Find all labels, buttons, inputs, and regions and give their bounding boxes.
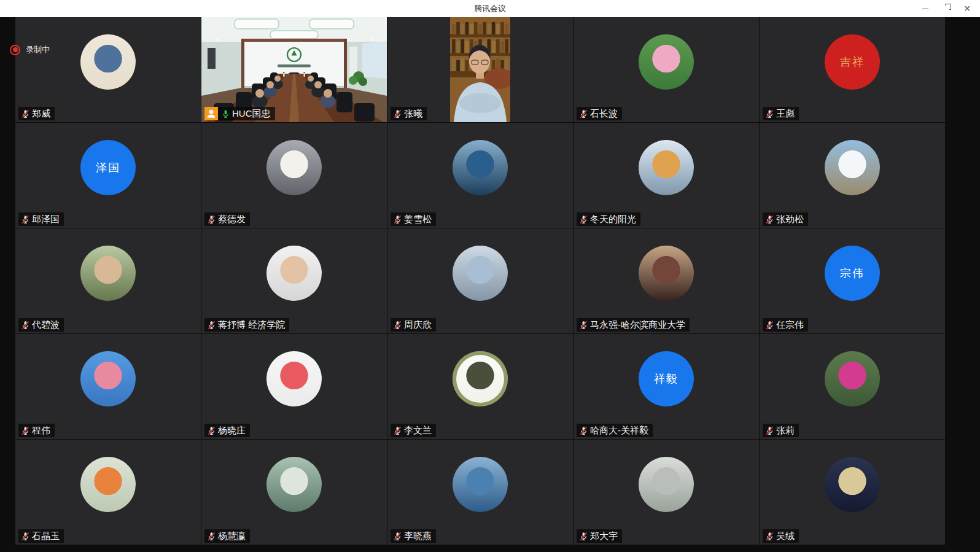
participant-tile[interactable]: 郑威 [15, 17, 201, 122]
avatar [266, 351, 322, 406]
participant-name: 杨晓庄 [218, 425, 246, 437]
close-button[interactable]: ✕ [957, 0, 978, 17]
participant-tile[interactable]: 吉祥王彪 [760, 17, 945, 122]
participant-name-tag: 李文兰 [391, 424, 436, 437]
participant-tile[interactable]: 张莉 [760, 334, 945, 439]
minimize-icon [922, 9, 928, 9]
mic-muted-icon [393, 532, 402, 541]
mic-muted-icon [393, 321, 402, 330]
avatar [453, 457, 508, 512]
mic-muted-icon [579, 426, 588, 435]
participant-tile[interactable]: 石长波 [574, 17, 759, 122]
avatar [825, 140, 880, 195]
participant-tile[interactable]: 宗伟任宗伟 [760, 228, 945, 333]
participant-grid: 郑威HUC国忠张曦石长波吉祥王彪泽国邱泽国蔡德发姜雪松冬天的阳光张劲松代碧波蒋抒… [15, 17, 945, 545]
participant-name: 任宗伟 [776, 319, 804, 331]
participant-name: 郑威 [32, 108, 50, 120]
participant-name: 程伟 [32, 425, 50, 437]
avatar: 宗伟 [825, 246, 880, 301]
participant-name-tag: 周庆欣 [391, 318, 436, 332]
participant-tile[interactable]: 李晓燕 [387, 440, 573, 545]
avatar [80, 34, 136, 90]
participant-tile[interactable]: 程伟 [15, 334, 201, 439]
participant-name: 吴绒 [776, 531, 795, 542]
mic-muted-icon [579, 532, 588, 541]
avatar [80, 351, 136, 406]
mic-muted-icon [765, 532, 774, 541]
participant-name-tag: 杨慧瀛 [204, 529, 250, 543]
participant-tile[interactable]: 郑大宇 [574, 440, 759, 545]
participant-tile[interactable]: 蒋抒博 经济学院 [201, 228, 387, 333]
participant-tile[interactable]: 吴绒 [760, 440, 945, 545]
recording-label: 录制中 [26, 44, 50, 55]
participant-name: 周庆欣 [404, 319, 432, 331]
participant-tile[interactable]: 李文兰 [387, 334, 573, 439]
presenter-icon [204, 107, 218, 120]
participant-tile[interactable]: 杨晓庄 [201, 334, 387, 439]
participant-name: 石晶玉 [32, 531, 60, 542]
participant-tile[interactable]: 泽国邱泽国 [15, 123, 201, 228]
avatar: 祥毅 [639, 351, 694, 406]
mic-muted-icon [207, 215, 216, 224]
avatar: 吉祥 [825, 34, 880, 90]
participant-name: 蒋抒博 经济学院 [218, 319, 285, 331]
participant-tile[interactable]: 姜雪松 [387, 123, 573, 228]
mic-muted-icon [579, 215, 588, 224]
participant-name-tag: 邱泽国 [18, 212, 64, 226]
mic-muted-icon [393, 109, 402, 119]
avatar [266, 140, 322, 195]
participant-tile[interactable]: 冬天的阳光 [574, 123, 759, 228]
mic-muted-icon [579, 109, 588, 119]
mic-muted-icon [765, 109, 774, 119]
avatar [266, 246, 322, 301]
mic-muted-icon [21, 321, 30, 330]
participant-name: 李文兰 [404, 425, 432, 437]
participant-tile[interactable]: 马永强-哈尔滨商业大学 [574, 228, 759, 333]
participant-name-tag: 程伟 [18, 424, 55, 437]
participant-name: 冬天的阳光 [590, 214, 636, 225]
recording-icon [10, 45, 20, 55]
participant-name: 蔡德发 [218, 214, 246, 225]
avatar: 泽国 [80, 140, 136, 195]
participant-name: 张劲松 [776, 214, 804, 225]
participant-name: 邱泽国 [32, 214, 60, 225]
participant-name: 王彪 [776, 108, 795, 120]
mic-muted-icon [21, 532, 30, 541]
participant-tile[interactable]: 石晶玉 [15, 440, 201, 545]
participant-name-tag: 张莉 [763, 424, 799, 437]
participant-name: 李晓燕 [404, 531, 432, 542]
participant-tile[interactable]: 蔡德发 [201, 123, 387, 228]
titlebar[interactable]: 腾讯会议 ✕ [0, 0, 980, 17]
close-icon: ✕ [963, 4, 971, 13]
restore-icon [943, 6, 949, 12]
participant-name: 杨慧瀛 [218, 531, 246, 542]
mic-muted-icon [207, 532, 216, 541]
participant-name-tag: HUC国忠 [204, 107, 275, 120]
participant-name: HUC国忠 [232, 108, 271, 120]
participant-tile[interactable]: 代碧波 [15, 228, 201, 333]
participant-tile[interactable]: HUC国忠 [201, 17, 387, 122]
participant-tile[interactable]: 张劲松 [760, 123, 945, 228]
participant-name-tag: 姜雪松 [391, 212, 436, 226]
participant-name-tag: 代碧波 [18, 318, 64, 332]
restore-button[interactable] [936, 0, 957, 17]
participant-name: 郑大宇 [590, 531, 618, 542]
participant-tile[interactable]: 周庆欣 [387, 228, 573, 333]
avatar [639, 34, 694, 90]
recording-indicator[interactable]: 录制中 [10, 44, 50, 55]
avatar [825, 351, 880, 406]
participant-tile[interactable]: 祥毅哈商大-关祥毅 [574, 334, 759, 439]
app-window: { "window": { "title": "腾讯会议", "controls… [0, 0, 980, 552]
avatar [80, 246, 136, 301]
participant-name-tag: 石长波 [577, 107, 622, 120]
avatar [639, 246, 694, 301]
participant-tile[interactable]: 杨慧瀛 [201, 440, 387, 545]
mic-muted-icon [765, 321, 774, 330]
mic-on-icon [221, 109, 230, 119]
minimize-button[interactable] [915, 0, 936, 17]
participant-name: 姜雪松 [404, 214, 432, 225]
mic-muted-icon [21, 215, 30, 224]
participant-name-tag: 吴绒 [763, 529, 799, 543]
avatar [266, 457, 322, 512]
participant-tile[interactable]: 张曦 [387, 17, 573, 122]
